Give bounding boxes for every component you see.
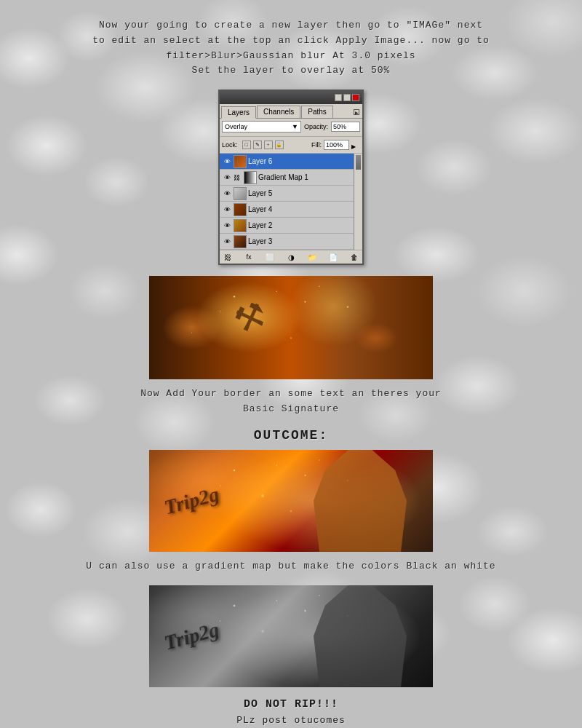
outcome-heading: OUTCOME:	[0, 428, 582, 443]
ps-gradmap-name: Gradient Map 1	[258, 173, 351, 181]
ps-layers-list: 👁 Layer 6 👁 ⛓ Gradient Map 1 👁	[220, 154, 354, 250]
ps-layer6-name: Layer 6	[248, 157, 351, 165]
ps-scrollbar-thumb[interactable]	[356, 155, 361, 170]
bw-sig-text: Trip2g	[162, 617, 221, 654]
ps-scrollbar[interactable]	[354, 154, 362, 250]
gradient-instruction-line1: U can also use a gradient map but make t…	[22, 559, 560, 574]
ps-thumb-layer2	[234, 219, 247, 232]
ps-layer-gradmap[interactable]: 👁 ⛓ Gradient Map 1	[220, 170, 354, 186]
ps-layer4-name: Layer 4	[248, 205, 351, 213]
ps-layer-5[interactable]: 👁 Layer 5	[220, 186, 354, 202]
ps-delete-icon[interactable]: 🗑	[349, 252, 359, 262]
ps-mask-icon[interactable]: ⬜	[265, 252, 275, 262]
ps-adj-icon[interactable]: ◑	[286, 252, 296, 262]
ps-titlebar-buttons	[335, 94, 359, 101]
ps-maximize-btn[interactable]	[343, 94, 351, 101]
warrior-image	[149, 276, 433, 379]
opacity-value-box[interactable]: 50%	[331, 122, 360, 132]
instruction-line2: to edit an select at the top an click Ap…	[22, 33, 560, 49]
instruction-line3: filter>Blur>Gaussian blur At 3.0 pixels	[22, 49, 560, 64]
ps-eye-layer5[interactable]: 👁	[222, 189, 232, 199]
ps-layer3-name: Layer 3	[248, 237, 351, 245]
tab-paths[interactable]: Paths	[301, 106, 333, 118]
ps-lock-row: Lock: □ ✎ + 🔒 Fill: 100% ▶	[220, 137, 362, 154]
bw-image-container: Trip2g	[0, 585, 582, 687]
ps-fx-icon[interactable]: fx	[244, 252, 254, 262]
gradient-instruction: U can also use a gradient map but make t…	[22, 559, 560, 574]
outcome-image-container: Trip2g	[0, 450, 582, 552]
ps-thumb-layer3	[234, 235, 247, 248]
ps-layer-6[interactable]: 👁 Layer 6	[220, 154, 354, 170]
ps-tabs: Layers Channels Paths	[220, 104, 362, 119]
ps-layer2-name: Layer 2	[248, 221, 351, 229]
ps-bottom-toolbar: ⛓ fx ⬜ ◑ 📁 📄 🗑	[220, 250, 362, 264]
sparks-overlay	[149, 276, 433, 379]
lock-icon-2[interactable]: ✎	[253, 141, 262, 149]
ps-titlebar	[220, 91, 362, 104]
outcome-color-image: Trip2g	[149, 450, 433, 552]
ps-eye-gradmap[interactable]: 👁	[222, 173, 232, 183]
ps-eye-layer2[interactable]: 👁	[222, 221, 232, 231]
ps-new-layer-icon[interactable]: 📄	[328, 252, 338, 262]
result-image-container	[0, 276, 582, 379]
opacity-label: Opacity:	[304, 123, 328, 130]
fill-expand[interactable]: ▶	[351, 138, 360, 151]
instruction-step2: Now Add Your border an some text an ther…	[22, 387, 560, 417]
ps-layer-4[interactable]: 👁 Layer 4	[220, 202, 354, 218]
ps-eye-layer4[interactable]: 👁	[222, 205, 232, 215]
lock-icon-1[interactable]: □	[242, 141, 251, 149]
footer-line2: PLz post otucomes	[0, 713, 582, 728]
sig-text: Trip2g	[162, 482, 221, 519]
bw-outcome-image: Trip2g	[149, 585, 433, 687]
fill-value: 100%	[326, 141, 343, 149]
fill-value-box[interactable]: 100%	[324, 140, 349, 150]
instruction-step2-line1: Now Add Your border an some text an ther…	[22, 387, 560, 402]
instruction-line4: Set the layer to overlay at 50%	[22, 63, 560, 79]
instruction-step2-line2: Basic Signature	[22, 402, 560, 417]
ps-layer-2[interactable]: 👁 Layer 2	[220, 218, 354, 234]
ps-layer-3[interactable]: 👁 Layer 3	[220, 234, 354, 250]
footer: DO NOT RIP!!! PLz post otucomes	[0, 696, 582, 728]
ps-panel-container: Layers Channels Paths Overlay ▼ Opacity:…	[0, 90, 582, 265]
ps-thumb-gradmap	[244, 171, 257, 184]
lock-icon-3[interactable]: +	[264, 141, 273, 149]
instruction-step1: Now your going to create a new layer the…	[22, 18, 560, 79]
ps-eye-layer6[interactable]: 👁	[222, 157, 232, 167]
ps-eye-layer3[interactable]: 👁	[222, 237, 232, 247]
ps-close-btn[interactable]	[352, 94, 359, 101]
tab-channels[interactable]: Channels	[257, 106, 300, 118]
lock-icon-4[interactable]: 🔒	[275, 141, 284, 149]
instruction-line1: Now your going to create a new layer the…	[22, 18, 560, 33]
lock-label: Lock:	[222, 141, 238, 149]
ps-layers-panel: Layers Channels Paths Overlay ▼ Opacity:…	[218, 90, 364, 265]
ps-expand-btn[interactable]	[354, 109, 359, 115]
ps-chain-gradmap: ⛓	[234, 174, 242, 181]
fill-label: Fill:	[311, 141, 322, 149]
ps-layers-area: 👁 Layer 6 👁 ⛓ Gradient Map 1 👁	[220, 154, 362, 250]
footer-line1: DO NOT RIP!!!	[0, 696, 582, 713]
ps-thumb-layer6	[234, 155, 247, 168]
ps-folder-icon[interactable]: 📁	[307, 252, 317, 262]
ps-blend-opacity-row: Overlay ▼ Opacity: 50%	[220, 119, 362, 137]
tab-layers[interactable]: Layers	[221, 106, 256, 119]
ps-link-icon[interactable]: ⛓	[223, 252, 233, 262]
blend-mode-value: Overlay	[225, 123, 247, 130]
ps-thumb-layer5	[234, 187, 247, 200]
ps-thumb-layer4	[234, 203, 247, 216]
ps-blend-dropdown[interactable]: Overlay ▼	[222, 121, 301, 132]
ps-minimize-btn[interactable]	[335, 94, 342, 101]
opacity-value: 50%	[333, 123, 346, 130]
ps-layer5-name: Layer 5	[248, 189, 351, 197]
ps-blend-row: Overlay ▼ Opacity: 50%	[222, 121, 360, 132]
